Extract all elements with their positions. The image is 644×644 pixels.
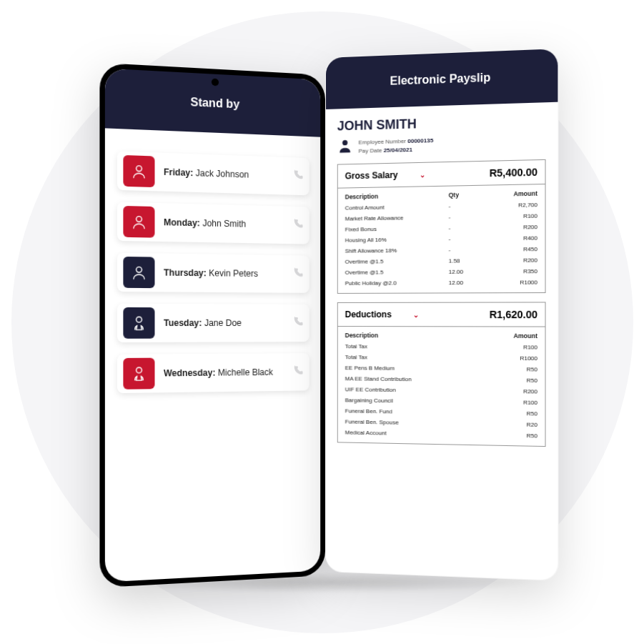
cell-desc: Public Holiday @2.0 xyxy=(345,279,449,287)
emp-no-value: 00000135 xyxy=(407,137,433,144)
phone-icon[interactable] xyxy=(292,169,304,184)
camera-notch xyxy=(212,79,219,86)
cell-qty: 12.00 xyxy=(449,279,485,286)
standby-card[interactable]: Thursday: Kevin Peters xyxy=(117,253,309,293)
col-description: Description xyxy=(345,332,485,340)
cell-desc: Funeral Ben. Spouse xyxy=(345,418,485,427)
col-qty: Qty xyxy=(449,191,485,199)
gross-salary-section: Gross Salary ⌄ R5,400.00 Description Qty… xyxy=(337,159,546,294)
svg-point-1 xyxy=(137,217,142,222)
cell-qty: - xyxy=(449,224,485,232)
svg-point-3 xyxy=(137,317,142,322)
phone-icon[interactable] xyxy=(292,365,304,379)
cell-qty: - xyxy=(449,235,485,242)
cell-amount: R1000 xyxy=(485,355,538,362)
cell-desc: Fixed Bonus xyxy=(345,225,449,233)
cell-desc: Bargaining Council xyxy=(345,397,485,405)
app-header: Electronic Payslip xyxy=(326,49,558,109)
app-title: Electronic Payslip xyxy=(390,71,491,88)
section-title: Deductions xyxy=(345,309,392,319)
day-label: Wednesday: xyxy=(164,367,215,378)
person-name: Jane Doe xyxy=(204,318,242,328)
cell-desc: Control Amount xyxy=(345,203,449,211)
standby-label: Tuesday: Jane Doe xyxy=(164,318,284,328)
phone-screen: Stand by Friday: Jack JohnsonMonday: Joh… xyxy=(105,69,320,583)
cell-qty: 12.00 xyxy=(449,268,485,275)
cell-amount: R350 xyxy=(485,268,538,275)
phone-icon[interactable] xyxy=(292,316,304,330)
svg-point-0 xyxy=(137,166,142,172)
cell-desc: Funeral Ben. Fund xyxy=(345,407,485,416)
day-label: Thursday: xyxy=(164,267,207,278)
cell-desc: Overtime @1.5 xyxy=(345,258,449,265)
section-header-deductions[interactable]: Deductions ⌄ R1,620.00 xyxy=(338,302,545,327)
person-name: Jack Johnson xyxy=(196,168,249,180)
section-total: R1,620.00 xyxy=(490,309,538,321)
svg-point-5 xyxy=(342,140,347,146)
cell-amount: R20 xyxy=(485,421,538,428)
table-row: Total TaxR100 xyxy=(338,341,545,353)
cell-amount: R50 xyxy=(485,377,538,384)
person-name: Kevin Peters xyxy=(209,268,258,279)
standby-label: Monday: John Smith xyxy=(164,217,284,230)
cell-desc: EE Pens B Medium xyxy=(345,365,485,372)
day-label: Monday: xyxy=(164,217,200,229)
pay-date-value: 25/04/2021 xyxy=(384,147,412,154)
person-name: Michelle Black xyxy=(218,367,273,378)
standby-card[interactable]: Monday: John Smith xyxy=(117,202,309,244)
phone-icon[interactable] xyxy=(292,267,304,281)
cell-amount: R200 xyxy=(485,257,538,264)
phone-icon[interactable] xyxy=(292,218,304,232)
standby-list: Friday: Jack JohnsonMonday: John SmithTh… xyxy=(105,128,320,393)
cell-amount: R200 xyxy=(485,387,538,395)
person-name: John Smith xyxy=(202,218,246,229)
cell-qty: - xyxy=(449,247,485,254)
standby-card[interactable]: Friday: Jack Johnson xyxy=(117,151,309,195)
standby-label: Friday: Jack Johnson xyxy=(164,167,284,181)
cell-amount: R50 xyxy=(485,432,538,440)
day-label: Friday: xyxy=(164,167,193,178)
cell-desc: MA EE Stand Contribution xyxy=(345,375,485,383)
col-amount: Amount xyxy=(485,189,538,198)
deductions-section: Deductions ⌄ R1,620.00 Description Amoun… xyxy=(337,302,546,447)
cell-desc: Total Tax xyxy=(345,354,485,361)
avatar-female-icon xyxy=(123,307,154,339)
phone-standby: Stand by Friday: Jack JohnsonMonday: Joh… xyxy=(99,63,325,588)
cell-desc: Housing All 16% xyxy=(345,236,449,244)
emp-no-label: Employee Number xyxy=(359,138,406,146)
col-description: Description xyxy=(345,192,449,201)
cell-desc: Total Tax xyxy=(345,343,485,350)
cell-amount: R100 xyxy=(485,344,538,351)
standby-label: Thursday: Kevin Peters xyxy=(164,267,284,279)
cell-qty: - xyxy=(449,202,485,209)
cell-amount: R50 xyxy=(485,366,538,373)
section-total: R5,400.00 xyxy=(490,166,538,179)
person-icon xyxy=(337,138,353,157)
employee-name: JOHN SMITH xyxy=(337,113,546,134)
cell-amount: R1000 xyxy=(485,279,538,286)
deductions-table: Description Amount Total TaxR100Total Ta… xyxy=(338,327,545,446)
section-header-gross[interactable]: Gross Salary ⌄ R5,400.00 xyxy=(338,160,545,189)
phone-screen: Electronic Payslip JOHN SMITH Employee N… xyxy=(325,48,558,581)
cell-amount: R50 xyxy=(485,410,538,417)
cell-desc: UIF EE Contribution xyxy=(345,386,485,394)
svg-point-4 xyxy=(137,367,142,373)
avatar-male-icon xyxy=(123,257,154,288)
cell-amount: R100 xyxy=(485,399,538,406)
col-amount: Amount xyxy=(485,332,538,340)
cell-desc: Shift Allowance 18% xyxy=(345,247,449,254)
cell-amount: R200 xyxy=(485,224,538,231)
day-label: Tuesday: xyxy=(164,318,202,328)
phone-payslip: Electronic Payslip JOHN SMITH Employee N… xyxy=(325,48,558,581)
phone-frame: Stand by Friday: Jack JohnsonMonday: Joh… xyxy=(99,63,325,588)
cell-desc: Market Rate Allowance xyxy=(345,214,449,222)
cell-qty: 1.58 xyxy=(449,257,485,264)
avatar-male-icon xyxy=(123,155,154,187)
cell-amount: R450 xyxy=(485,246,538,253)
gross-table: Description Qty Amount Control Amount-R2… xyxy=(338,184,545,293)
standby-card[interactable]: Tuesday: Jane Doe xyxy=(117,304,309,342)
cell-desc: Medical Account xyxy=(345,429,485,438)
chevron-down-icon: ⌄ xyxy=(413,310,419,318)
standby-card[interactable]: Wednesday: Michelle Black xyxy=(117,353,309,393)
avatar-female-icon xyxy=(123,358,154,390)
